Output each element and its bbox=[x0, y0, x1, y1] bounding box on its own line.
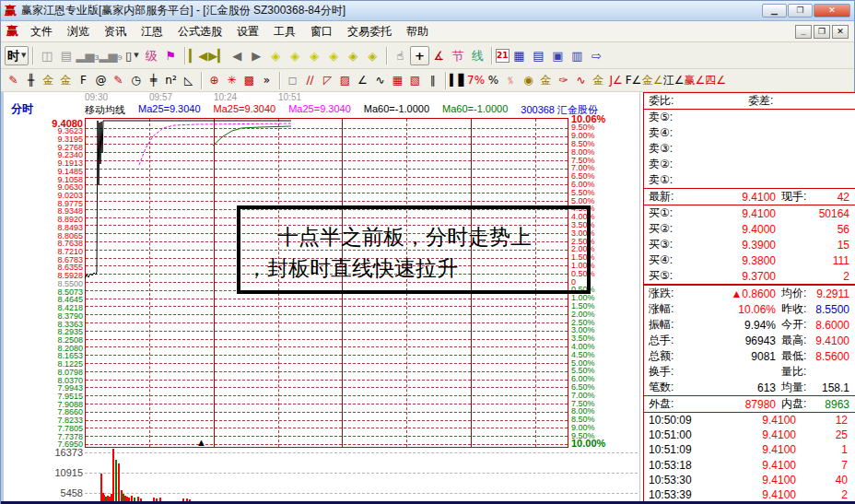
volume-bar bbox=[121, 490, 123, 501]
buy-price: 9.3800 bbox=[691, 254, 776, 267]
n-square-icon[interactable]: n² bbox=[162, 72, 180, 89]
zigzag-icon[interactable]: ∿ bbox=[371, 72, 389, 89]
rect-tool-icon[interactable]: ◻ bbox=[284, 72, 301, 89]
formula-icon[interactable]: 级 bbox=[142, 46, 161, 65]
info-page-icon[interactable]: ▤ bbox=[56, 46, 76, 65]
crosshair-icon[interactable]: + bbox=[410, 46, 429, 65]
copy-icon[interactable]: ▥ bbox=[568, 46, 587, 65]
volume-bar bbox=[111, 494, 112, 501]
diamond-full-icon[interactable]: ◈ bbox=[363, 46, 382, 65]
stat-label-2: 均价: bbox=[781, 286, 806, 301]
app-logo-icon: 赢 bbox=[5, 3, 17, 19]
gann-thread-icon[interactable]: 线 bbox=[468, 46, 487, 65]
wave-icon[interactable]: ∿ bbox=[572, 72, 590, 89]
next-icon[interactable]: ▶ bbox=[247, 46, 266, 65]
diamond-out-icon[interactable]: ◈ bbox=[324, 46, 344, 65]
notepad-icon[interactable]: ▤ bbox=[529, 46, 548, 65]
maximize-button[interactable]: ❐ bbox=[788, 4, 813, 18]
bars-3-icon[interactable]: ▂▅₃ bbox=[76, 46, 99, 65]
spiral-icon[interactable]: @ bbox=[92, 72, 110, 89]
target-circle-icon[interactable]: ⊕ bbox=[205, 72, 223, 89]
angle-lines-icon[interactable]: ∠ bbox=[354, 72, 371, 89]
menu-item-3[interactable]: 资讯 bbox=[97, 22, 134, 41]
period-button[interactable]: 时▼ bbox=[5, 46, 29, 65]
flag-icon[interactable]: ⚑ bbox=[161, 46, 181, 65]
menu-item-1[interactable]: 文件 bbox=[23, 22, 60, 41]
ma-legend: 移动均线Ma25=9.3040Ma25=9.3040Ma25=9.3040Ma6… bbox=[85, 103, 598, 117]
calendar-icon[interactable]: 21 bbox=[496, 49, 509, 63]
bars-9-icon[interactable]: ▂▅₉ bbox=[100, 46, 123, 65]
panel-splitter[interactable] bbox=[639, 92, 640, 501]
menu-item-2[interactable]: 浏览 bbox=[60, 22, 97, 41]
menu-item-10[interactable]: 帮助 bbox=[399, 22, 436, 41]
annotation-box[interactable]: 十点半之前板，分时走势上 ，封板时直线快速拉升 bbox=[237, 205, 591, 294]
gold-tool-icon[interactable]: 金 bbox=[590, 72, 607, 89]
mdi-minimize-button[interactable]: _ bbox=[795, 25, 812, 39]
f-angle-icon[interactable]: F∠ bbox=[625, 72, 642, 89]
gold-ruler-2-icon[interactable]: 金 bbox=[57, 72, 75, 89]
parallel-lines-icon[interactable]: ∥ bbox=[424, 72, 441, 89]
f-ruler-icon[interactable]: F bbox=[75, 72, 92, 89]
diamond-right-icon[interactable]: ◈ bbox=[286, 46, 305, 65]
hand-icon[interactable]: ☝ bbox=[391, 46, 410, 65]
volume-chart-svg[interactable] bbox=[85, 448, 568, 501]
network-icon[interactable]: ◫ bbox=[37, 46, 56, 65]
tick-list[interactable]: 10:50:099.41001210:51:009.41002510:51:09… bbox=[644, 413, 855, 504]
protractor-icon[interactable]: ◺ bbox=[180, 72, 197, 89]
menu-item-9[interactable]: 交易委托 bbox=[340, 22, 399, 41]
diamond-expand-icon[interactable]: ◈ bbox=[344, 46, 363, 65]
menu-item-4[interactable]: 江恩 bbox=[134, 22, 170, 41]
mdi-restore-button[interactable]: ❐ bbox=[814, 25, 830, 39]
prev-icon[interactable]: ◀ bbox=[228, 46, 247, 65]
gold-circle-icon[interactable]: ◉ bbox=[520, 72, 537, 89]
tick-price: 9.4100 bbox=[715, 488, 796, 501]
grid-2-icon[interactable]: ▧ bbox=[406, 72, 424, 89]
first-page-icon[interactable]: ▎◀ bbox=[189, 46, 208, 65]
minimize-button[interactable]: ▁ bbox=[762, 4, 787, 18]
volume-profile-icon[interactable]: ▍▋ bbox=[450, 72, 467, 89]
xianshou-label: 现手: bbox=[781, 189, 806, 205]
gann-node-icon[interactable]: 节 bbox=[449, 46, 468, 65]
sell-label: 卖①: bbox=[649, 172, 691, 188]
volume-axis-label: 5458 bbox=[6, 487, 83, 498]
menu-item-6[interactable]: 设置 bbox=[229, 22, 266, 41]
export-icon[interactable]: ⇨ bbox=[587, 46, 606, 65]
percent-icon[interactable]: % bbox=[485, 72, 502, 89]
hatch-box-icon[interactable]: ▨ bbox=[336, 72, 354, 89]
save-icon[interactable]: ▣ bbox=[548, 46, 568, 65]
menu-item-8[interactable]: 窗口 bbox=[303, 22, 340, 41]
target-star-icon[interactable]: ✳ bbox=[223, 72, 240, 89]
fan-lines-icon[interactable]: ∕∕ bbox=[301, 72, 319, 89]
last-page-icon[interactable]: ▶▎ bbox=[208, 46, 228, 65]
angle-measure-icon[interactable]: ∡ bbox=[429, 46, 449, 65]
percent-line-icon[interactable]: ﹪ bbox=[502, 72, 520, 89]
diamond-in-icon[interactable]: ◈ bbox=[305, 46, 324, 65]
gann-pencil-icon[interactable]: ✎ bbox=[5, 72, 22, 89]
brush-icon[interactable]: ✑ bbox=[555, 72, 572, 89]
gold-ruler-1-icon[interactable]: 金 bbox=[40, 72, 57, 89]
calculator-icon[interactable]: ▦ bbox=[509, 46, 529, 65]
seven-percent-icon[interactable]: 7% bbox=[467, 72, 485, 89]
gold-line-icon[interactable]: 金 bbox=[537, 72, 555, 89]
j-angle-icon[interactable]: J∠ bbox=[607, 72, 625, 89]
diamond-left-icon[interactable]: ◈ bbox=[266, 46, 286, 65]
close-button[interactable]: ✕ bbox=[814, 4, 850, 18]
volume-axis-label: 10915 bbox=[6, 467, 83, 478]
menu-item-7[interactable]: 工具 bbox=[266, 22, 303, 41]
grid-1-icon[interactable]: ▦ bbox=[389, 72, 406, 89]
jiang-angle-icon[interactable]: 江∠ bbox=[663, 72, 685, 89]
candle-style-icon[interactable]: ▯▼ bbox=[123, 46, 142, 65]
ying-angle-icon[interactable]: 赢∠ bbox=[685, 72, 706, 89]
pencil-2-icon[interactable]: ✎ bbox=[110, 72, 127, 89]
ruler-2-icon[interactable]: ╪ bbox=[145, 72, 162, 89]
menu-item-5[interactable]: 公式选股 bbox=[170, 22, 229, 41]
time-cycle-icon[interactable]: ◷ bbox=[127, 72, 145, 89]
ruler-icon[interactable]: ╫ bbox=[22, 72, 40, 89]
more-tools-chevron[interactable]: » bbox=[258, 72, 275, 89]
fan-box-icon[interactable]: ◸ bbox=[319, 72, 336, 89]
mdi-close-button[interactable]: ✕ bbox=[832, 25, 849, 39]
target-grid-icon[interactable]: ▩ bbox=[240, 72, 258, 89]
si-angle-icon[interactable]: 四∠ bbox=[705, 72, 726, 89]
gold-angle-icon[interactable]: 金∠ bbox=[642, 72, 663, 89]
toolbar-separator bbox=[184, 47, 185, 64]
